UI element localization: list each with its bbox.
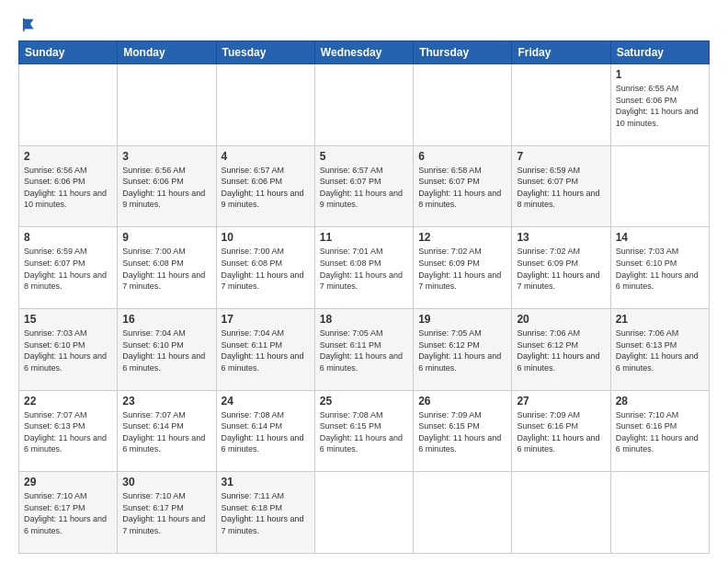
- day-info: Sunrise: 7:03 AMSunset: 6:10 PMDaylight:…: [24, 328, 107, 373]
- day-cell-24: 24Sunrise: 7:08 AMSunset: 6:14 PMDayligh…: [216, 390, 314, 472]
- empty-cell: [512, 472, 610, 554]
- day-cell-6: 6Sunrise: 6:58 AMSunset: 6:07 PMDaylight…: [414, 145, 512, 227]
- calendar-table: SundayMondayTuesdayWednesdayThursdayFrid…: [18, 40, 710, 554]
- day-number: 18: [320, 313, 408, 326]
- day-cell-27: 27Sunrise: 7:09 AMSunset: 6:16 PMDayligh…: [512, 390, 610, 472]
- day-number: 31: [222, 476, 310, 488]
- day-info: Sunrise: 7:00 AMSunset: 6:08 PMDaylight:…: [122, 247, 205, 291]
- day-number: 4: [222, 150, 310, 163]
- day-number: 23: [122, 395, 210, 408]
- day-info: Sunrise: 7:01 AMSunset: 6:08 PMDaylight:…: [320, 247, 403, 291]
- day-number: 16: [122, 313, 210, 326]
- day-info: Sunrise: 6:56 AMSunset: 6:06 PMDaylight:…: [24, 166, 107, 210]
- day-cell-26: 26Sunrise: 7:09 AMSunset: 6:15 PMDayligh…: [414, 390, 512, 472]
- calendar-page: SundayMondayTuesdayWednesdayThursdayFrid…: [0, 0, 728, 563]
- day-cell-18: 18Sunrise: 7:05 AMSunset: 6:11 PMDayligh…: [314, 308, 413, 390]
- day-info: Sunrise: 7:05 AMSunset: 6:12 PMDaylight:…: [418, 328, 501, 373]
- day-number: 29: [24, 476, 112, 488]
- day-cell-22: 22Sunrise: 7:07 AMSunset: 6:13 PMDayligh…: [19, 390, 118, 472]
- day-info: Sunrise: 6:55 AMSunset: 6:06 PMDaylight:…: [616, 84, 699, 128]
- day-number: 27: [517, 395, 605, 408]
- day-cell-15: 15Sunrise: 7:03 AMSunset: 6:10 PMDayligh…: [19, 308, 118, 390]
- empty-cell: [19, 64, 118, 146]
- day-info: Sunrise: 7:06 AMSunset: 6:12 PMDaylight:…: [517, 328, 599, 373]
- logo-flag-icon: [22, 17, 39, 33]
- calendar-week-row: 15Sunrise: 7:03 AMSunset: 6:10 PMDayligh…: [19, 308, 710, 390]
- day-cell-4: 4Sunrise: 6:57 AMSunset: 6:06 PMDaylight…: [216, 145, 314, 227]
- day-info: Sunrise: 7:02 AMSunset: 6:09 PMDaylight:…: [517, 247, 599, 291]
- calendar-header-row: SundayMondayTuesdayWednesdayThursdayFrid…: [19, 41, 710, 64]
- day-header-saturday: Saturday: [610, 41, 709, 64]
- day-number: 10: [222, 231, 310, 244]
- day-cell-20: 20Sunrise: 7:06 AMSunset: 6:12 PMDayligh…: [512, 308, 610, 390]
- header: [18, 17, 710, 33]
- day-number: 22: [24, 395, 112, 408]
- day-info: Sunrise: 7:08 AMSunset: 6:14 PMDaylight:…: [222, 410, 304, 454]
- day-number: 19: [418, 313, 506, 326]
- empty-cell: [512, 64, 610, 146]
- day-info: Sunrise: 6:59 AMSunset: 6:07 PMDaylight:…: [517, 166, 599, 210]
- day-info: Sunrise: 7:11 AMSunset: 6:18 PMDaylight:…: [222, 491, 304, 535]
- day-header-tuesday: Tuesday: [216, 41, 314, 64]
- day-header-monday: Monday: [118, 41, 216, 64]
- day-info: Sunrise: 6:59 AMSunset: 6:07 PMDaylight:…: [24, 247, 107, 291]
- day-info: Sunrise: 7:00 AMSunset: 6:08 PMDaylight:…: [222, 247, 304, 291]
- day-number: 9: [122, 231, 210, 244]
- day-number: 11: [320, 231, 408, 244]
- day-number: 28: [616, 395, 704, 408]
- day-number: 7: [517, 150, 605, 163]
- day-cell-5: 5Sunrise: 6:57 AMSunset: 6:07 PMDaylight…: [314, 145, 413, 227]
- day-cell-25: 25Sunrise: 7:08 AMSunset: 6:15 PMDayligh…: [314, 390, 413, 472]
- day-info: Sunrise: 6:58 AMSunset: 6:07 PMDaylight:…: [418, 166, 501, 210]
- day-cell-19: 19Sunrise: 7:05 AMSunset: 6:12 PMDayligh…: [414, 308, 512, 390]
- day-cell-16: 16Sunrise: 7:04 AMSunset: 6:10 PMDayligh…: [118, 308, 216, 390]
- day-number: 8: [24, 231, 112, 244]
- day-header-thursday: Thursday: [414, 41, 512, 64]
- empty-cell: [216, 64, 314, 146]
- day-info: Sunrise: 7:06 AMSunset: 6:13 PMDaylight:…: [616, 328, 699, 373]
- day-number: 3: [122, 150, 210, 163]
- day-cell-11: 11Sunrise: 7:01 AMSunset: 6:08 PMDayligh…: [314, 227, 413, 309]
- day-number: 24: [222, 395, 310, 408]
- day-info: Sunrise: 7:08 AMSunset: 6:15 PMDaylight:…: [320, 410, 403, 454]
- day-cell-9: 9Sunrise: 7:00 AMSunset: 6:08 PMDaylight…: [118, 227, 216, 309]
- day-number: 25: [320, 395, 408, 408]
- day-info: Sunrise: 6:57 AMSunset: 6:07 PMDaylight:…: [320, 166, 403, 210]
- day-cell-2: 2Sunrise: 6:56 AMSunset: 6:06 PMDaylight…: [19, 145, 118, 227]
- day-info: Sunrise: 7:10 AMSunset: 6:17 PMDaylight:…: [24, 491, 107, 535]
- day-info: Sunrise: 7:04 AMSunset: 6:10 PMDaylight:…: [122, 328, 205, 373]
- day-cell-7: 7Sunrise: 6:59 AMSunset: 6:07 PMDaylight…: [512, 145, 610, 227]
- empty-cell: [414, 64, 512, 146]
- day-info: Sunrise: 7:07 AMSunset: 6:13 PMDaylight:…: [24, 410, 107, 454]
- day-info: Sunrise: 7:03 AMSunset: 6:10 PMDaylight:…: [616, 247, 699, 291]
- day-info: Sunrise: 7:09 AMSunset: 6:15 PMDaylight:…: [418, 410, 501, 454]
- empty-cell: [118, 64, 216, 146]
- day-header-sunday: Sunday: [19, 41, 118, 64]
- day-number: 1: [616, 68, 704, 81]
- day-info: Sunrise: 7:04 AMSunset: 6:11 PMDaylight:…: [222, 328, 304, 373]
- day-number: 6: [418, 150, 506, 163]
- day-info: Sunrise: 7:09 AMSunset: 6:16 PMDaylight:…: [517, 410, 599, 454]
- calendar-week-row: 1Sunrise: 6:55 AMSunset: 6:06 PMDaylight…: [19, 64, 710, 146]
- day-info: Sunrise: 7:10 AMSunset: 6:17 PMDaylight:…: [122, 491, 205, 535]
- day-cell-31: 31Sunrise: 7:11 AMSunset: 6:18 PMDayligh…: [216, 472, 314, 554]
- day-number: 26: [418, 395, 506, 408]
- empty-cell: [314, 472, 413, 554]
- day-cell-21: 21Sunrise: 7:06 AMSunset: 6:13 PMDayligh…: [610, 308, 709, 390]
- day-cell-29: 29Sunrise: 7:10 AMSunset: 6:17 PMDayligh…: [19, 472, 118, 554]
- calendar-week-row: 8Sunrise: 6:59 AMSunset: 6:07 PMDaylight…: [19, 227, 710, 309]
- day-cell-28: 28Sunrise: 7:10 AMSunset: 6:16 PMDayligh…: [610, 390, 709, 472]
- day-cell-1: 1Sunrise: 6:55 AMSunset: 6:06 PMDaylight…: [610, 64, 709, 146]
- day-info: Sunrise: 7:02 AMSunset: 6:09 PMDaylight:…: [418, 247, 501, 291]
- day-info: Sunrise: 7:05 AMSunset: 6:11 PMDaylight:…: [320, 328, 403, 373]
- day-number: 14: [616, 231, 704, 244]
- day-number: 15: [24, 313, 112, 326]
- day-cell-23: 23Sunrise: 7:07 AMSunset: 6:14 PMDayligh…: [118, 390, 216, 472]
- calendar-week-row: 2Sunrise: 6:56 AMSunset: 6:06 PMDaylight…: [19, 145, 710, 227]
- logo: [18, 17, 39, 33]
- day-cell-10: 10Sunrise: 7:00 AMSunset: 6:08 PMDayligh…: [216, 227, 314, 309]
- day-cell-13: 13Sunrise: 7:02 AMSunset: 6:09 PMDayligh…: [512, 227, 610, 309]
- day-number: 21: [616, 313, 704, 326]
- day-cell-12: 12Sunrise: 7:02 AMSunset: 6:09 PMDayligh…: [414, 227, 512, 309]
- day-info: Sunrise: 7:10 AMSunset: 6:16 PMDaylight:…: [616, 410, 699, 454]
